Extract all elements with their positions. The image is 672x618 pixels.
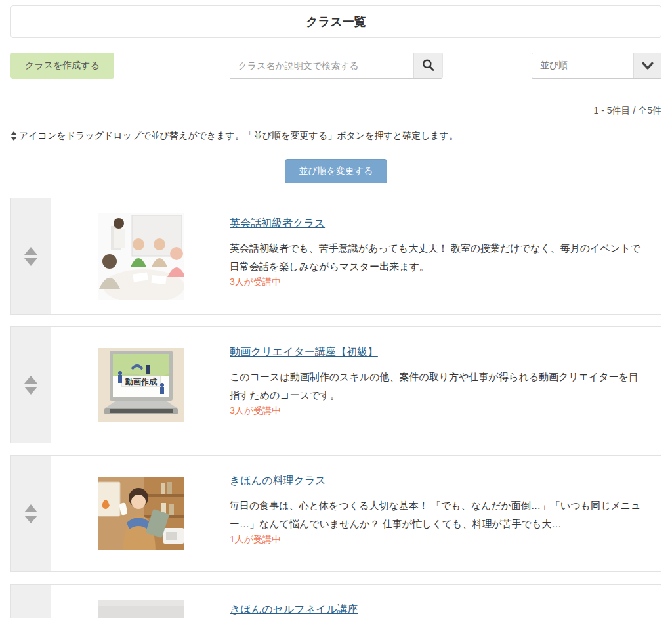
- class-list: 英会話初級者クラス 英会話初級者でも、苦手意識があっても大丈夫！ 教室の授業だけ…: [10, 198, 662, 618]
- search-icon: [421, 58, 434, 74]
- class-row: きほんの料理クラス 毎日の食事は、心と体をつくる大切な基本！ 「でも、なんだか面…: [10, 455, 662, 572]
- class-title-link[interactable]: 英会話初級者クラス: [230, 217, 325, 231]
- page-title: クラス一覧: [306, 14, 366, 30]
- drag-handle[interactable]: [11, 327, 51, 443]
- svg-text:動画作成: 動画作成: [125, 377, 158, 386]
- class-info: 英会話初級者クラス 英会話初級者でも、苦手意識があっても大丈夫！ 教室の授業だけ…: [230, 198, 661, 314]
- class-row: 英会話初級者クラス 英会話初級者でも、苦手意識があっても大丈夫！ 教室の授業だけ…: [10, 198, 662, 315]
- class-row: きほんのセルフネイル講座: [10, 584, 662, 618]
- sort-order-select[interactable]: 並び順: [532, 53, 662, 79]
- self-nail-photo: [98, 600, 184, 618]
- class-title-link[interactable]: きほんのセルフネイル講座: [230, 603, 358, 617]
- class-thumbnail: [51, 456, 230, 571]
- class-thumbnail: [51, 198, 230, 314]
- drag-handle[interactable]: [11, 585, 51, 618]
- search-button[interactable]: [413, 53, 443, 79]
- enrollment-status: 3人が受講中: [230, 405, 644, 417]
- class-info: きほんの料理クラス 毎日の食事は、心と体をつくる大切な基本！ 「でも、なんだか面…: [230, 456, 661, 571]
- toolbar: クラスを作成する 並び順: [10, 53, 662, 79]
- classroom-lesson-photo: [98, 213, 184, 300]
- apply-row: 並び順を変更する: [10, 159, 662, 183]
- up-down-drag-icon: [24, 247, 37, 266]
- enrollment-status: 3人が受講中: [230, 276, 644, 288]
- page-header: クラス一覧: [10, 5, 662, 38]
- search-input[interactable]: [230, 53, 413, 79]
- search-group: [230, 53, 443, 79]
- up-down-drag-icon: [10, 131, 17, 141]
- reorder-instruction-text: アイコンをドラッグドロップで並び替えができます。「並び順を変更する」ボタンを押す…: [19, 130, 458, 142]
- class-description: 英会話初級者でも、苦手意識があっても大丈夫！ 教室の授業だけでなく、毎月のイベン…: [230, 239, 644, 276]
- class-title-link[interactable]: 動画クリエイター講座【初級】: [230, 345, 378, 359]
- drag-handle[interactable]: [11, 198, 51, 314]
- enrollment-status: 1人が受講中: [230, 534, 644, 546]
- sort-selected-value: 並び順: [532, 53, 633, 78]
- reorder-instruction: アイコンをドラッグドロップで並び替えができます。「並び順を変更する」ボタンを押す…: [10, 130, 662, 142]
- chevron-down-icon: [633, 53, 661, 78]
- class-title-link[interactable]: きほんの料理クラス: [230, 474, 326, 488]
- up-down-drag-icon: [24, 504, 37, 523]
- kitchen-cooking-photo: [98, 477, 184, 550]
- create-class-button[interactable]: クラスを作成する: [10, 53, 114, 79]
- result-count: 1 - 5件目 / 全5件: [10, 105, 662, 117]
- class-description: このコースは動画制作のスキルの他、案件の取り方や仕事が得られる動画クリエイターを…: [230, 368, 644, 405]
- class-thumbnail: 動画作成: [51, 327, 230, 443]
- class-row: 動画作成 動画クリエイター講座【初級】 このコースは動画制作のスキルの他、案件の…: [10, 326, 662, 443]
- up-down-drag-icon: [24, 376, 37, 395]
- class-info: きほんのセルフネイル講座: [230, 585, 661, 618]
- class-thumbnail: [51, 585, 230, 618]
- class-description: 毎日の食事は、心と体をつくる大切な基本！ 「でも、なんだか面倒…」「いつも同じメ…: [230, 497, 644, 533]
- apply-sort-order-button[interactable]: 並び順を変更する: [285, 159, 387, 183]
- laptop-video-photo: 動画作成: [98, 348, 184, 422]
- class-list-page: クラス一覧 クラスを作成する 並び順 1 - 5件: [0, 5, 672, 618]
- class-info: 動画クリエイター講座【初級】 このコースは動画制作のスキルの他、案件の取り方や仕…: [230, 327, 661, 443]
- drag-handle[interactable]: [11, 456, 51, 571]
